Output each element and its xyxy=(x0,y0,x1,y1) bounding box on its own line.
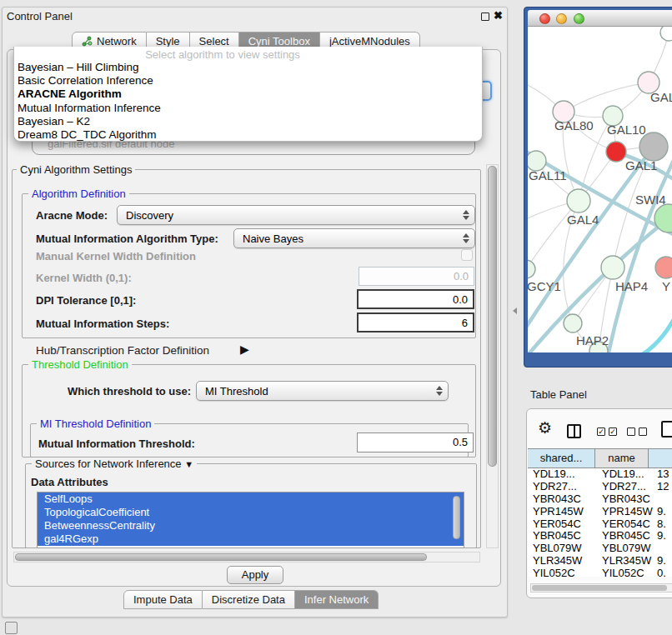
tab-label: Network xyxy=(97,35,137,48)
close-icon[interactable]: ✖ xyxy=(494,9,503,22)
which-threshold-select[interactable]: MI Threshold xyxy=(196,381,449,401)
gear-icon[interactable]: ⚙ xyxy=(538,420,552,436)
tab-label: Infer Network xyxy=(304,593,369,606)
table-cell: 9. xyxy=(649,530,672,542)
threshold-definition-title: Threshold Definition xyxy=(28,358,132,371)
dpi-tolerance-label: DPI Tolerance [0,1]: xyxy=(36,294,136,307)
collapse-arrow-icon[interactable]: ▼ xyxy=(184,459,193,469)
table-row[interactable]: YBL079WYBL079W xyxy=(528,542,672,555)
tab-discretize-data[interactable]: Discretize Data xyxy=(203,590,295,609)
node-label: Y xyxy=(662,279,670,293)
data-attribute-item[interactable]: SelfLoops xyxy=(38,492,464,506)
kernel-width-label: Kernel Width (0,1): xyxy=(36,272,132,284)
cyni-bottom-tabbar: Impute Data Discretize Data Infer Networ… xyxy=(123,590,379,609)
dpi-tolerance-field[interactable]: 0.0 xyxy=(357,289,474,309)
network-edge[interactable] xyxy=(607,152,672,352)
settings-vertical-scrollbar-thumb[interactable] xyxy=(488,166,497,467)
table-cell: YBR043C xyxy=(528,493,595,506)
deselect-all-columns-icon[interactable] xyxy=(639,428,647,436)
table-cell: YDL19... xyxy=(528,468,595,481)
control-panel-title: Control Panel xyxy=(7,10,73,22)
network-node-gal4[interactable] xyxy=(567,189,590,212)
node-label: GAL80 xyxy=(554,118,594,132)
network-node-hap2[interactable] xyxy=(564,314,582,332)
table-cell: YBR045C xyxy=(528,530,595,542)
table-cell: YPR145W xyxy=(528,506,595,518)
dropdown-item-list: Bayesian – Hill ClimbingBasic Correlatio… xyxy=(18,61,479,142)
close-traffic-light-icon[interactable] xyxy=(539,13,550,24)
algorithm-option[interactable]: Bayesian – K2 xyxy=(18,115,479,128)
mi-threshold-field[interactable]: 0.5 xyxy=(357,432,474,452)
algorithm-option[interactable]: ARACNE Algorithm xyxy=(18,88,479,101)
manual-kernel-checkbox[interactable] xyxy=(461,249,473,261)
grip-icon[interactable] xyxy=(5,622,18,634)
sources-group-title[interactable]: Sources for Network Inference ▼ xyxy=(32,458,197,470)
column-header-name[interactable]: name xyxy=(595,448,649,468)
new-column-icon[interactable] xyxy=(661,421,672,438)
table-cell: 9. xyxy=(649,506,672,518)
splitter-collapse-icon[interactable] xyxy=(513,308,517,314)
select-all-columns-icon[interactable]: ✓ xyxy=(609,428,617,436)
mi-algorithm-type-select[interactable]: Naive Bayes xyxy=(233,228,475,248)
algorithm-option[interactable]: Basic Correlation Inference xyxy=(18,74,479,88)
settings-horizontal-scrollbar-thumb[interactable] xyxy=(15,553,427,561)
list-scrollbar-thumb[interactable] xyxy=(453,496,460,539)
table-row[interactable]: YLR345WYLR345W9. xyxy=(528,555,672,568)
expand-arrow-icon[interactable]: ▶ xyxy=(240,342,249,356)
split-view-icon[interactable] xyxy=(567,424,581,438)
apply-button[interactable]: Apply xyxy=(227,566,283,584)
table-cell: YDL19... xyxy=(595,468,649,481)
select-all-columns-icon[interactable]: ✓ xyxy=(597,428,605,436)
table-row[interactable]: YPR145WYPR145W9. xyxy=(528,506,672,518)
node-label: GAL xyxy=(650,90,672,104)
table-cell: YBR043C xyxy=(595,493,649,506)
table-rows: YDL19...YDL19...13YDR27...YDR27...12YBR0… xyxy=(528,468,672,577)
tab-label: Select xyxy=(199,35,229,48)
table-row[interactable]: YDR27...YDR27...12 xyxy=(528,481,672,493)
table-row[interactable]: YDL19...YDL19...13 xyxy=(528,468,672,481)
network-canvas[interactable]: GALGAL80GAL10GAL1GAL11GAL4SWI4GCY1HAP4YH… xyxy=(528,27,672,352)
network-node[interactable] xyxy=(639,132,668,161)
table-cell: 13 xyxy=(649,468,672,481)
network-node[interactable] xyxy=(660,27,672,41)
tab-impute-data[interactable]: Impute Data xyxy=(123,590,203,609)
network-node-gcy1[interactable] xyxy=(528,260,535,278)
column-header-clipped[interactable] xyxy=(649,448,672,468)
table-cell: YER054C xyxy=(528,518,595,531)
zoom-traffic-light-icon[interactable] xyxy=(574,13,584,24)
algorithm-dropdown-popup: Select algorithm to view settings Bayesi… xyxy=(13,47,483,142)
mi-steps-field[interactable]: 6 xyxy=(357,312,474,332)
algorithm-option[interactable]: Bayesian – Hill Climbing xyxy=(18,61,479,74)
table-row[interactable]: YBR043CYBR043C xyxy=(528,493,672,506)
network-node-gal1[interactable] xyxy=(606,142,626,162)
aracne-mode-select[interactable]: Discovery xyxy=(117,205,475,225)
network-edge[interactable] xyxy=(632,308,672,352)
node-label: GAL11 xyxy=(529,168,567,182)
table-horizontal-scrollbar-thumb[interactable] xyxy=(532,585,667,591)
table-row[interactable]: YBR045CYBR045C9. xyxy=(528,530,672,542)
data-attribute-item[interactable]: BetweennessCentrality xyxy=(38,519,464,532)
network-edge[interactable] xyxy=(564,82,649,112)
kernel-width-field[interactable]: 0.0 xyxy=(359,267,474,286)
table-cell: YPR145W xyxy=(595,506,649,518)
float-window-icon[interactable] xyxy=(481,12,489,21)
table-row[interactable]: YIL052CYIL052C0. xyxy=(528,568,672,577)
table-cell: YLR345W xyxy=(595,555,649,568)
algorithm-option[interactable]: Mutual Information Inference xyxy=(18,102,479,115)
tab-label: Cyni Toolbox xyxy=(248,35,310,48)
tab-infer-network[interactable]: Infer Network xyxy=(295,590,379,609)
column-header-shared[interactable]: shared... xyxy=(528,448,595,468)
deselect-all-columns-icon[interactable] xyxy=(627,428,635,436)
algorithm-option[interactable]: Dream8 DC_TDC Algorithm xyxy=(18,128,479,142)
aracne-mode-label: Aracne Mode: xyxy=(36,209,108,222)
data-attributes-list[interactable]: SelfLoopsTopologicalCoefficientBetweenne… xyxy=(37,492,464,548)
minimize-traffic-light-icon[interactable] xyxy=(556,13,567,24)
network-node-hap4[interactable] xyxy=(601,256,624,279)
data-attribute-item[interactable]: TopologicalCoefficient xyxy=(38,506,464,519)
network-node-y[interactable] xyxy=(655,257,672,278)
table-row[interactable]: YER054CYER054C8. xyxy=(528,518,672,531)
table-cell: YBR045C xyxy=(595,530,649,542)
data-attribute-item[interactable]: gal4RGexp xyxy=(38,532,464,546)
network-window-titlebar[interactable] xyxy=(528,10,672,27)
node-label: GAL10 xyxy=(607,122,646,137)
